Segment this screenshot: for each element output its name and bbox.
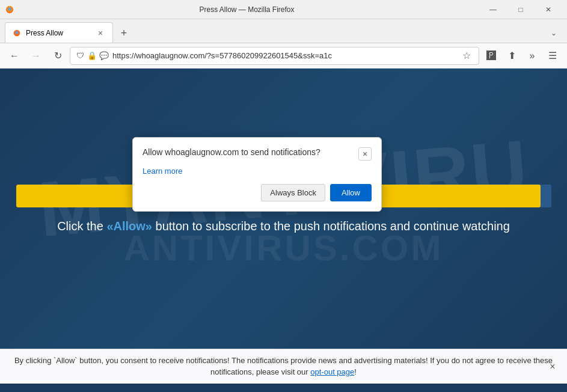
new-tab-button[interactable]: + [115,25,132,41]
subscribe-text-post: button to subscribe to the push notifica… [152,219,510,233]
tab-title: Press Allow [26,29,91,37]
maximize-button[interactable]: □ [507,0,535,19]
notification-permission-icon: 💬 [99,51,109,61]
popup-action-buttons: Always Block Allow [143,184,372,201]
more-tools-button[interactable]: » [523,46,542,66]
reload-button[interactable]: ↻ [48,46,67,66]
always-block-button[interactable]: Always Block [261,184,325,201]
address-bar[interactable]: 🛡 🔒 💬 https://whoaglaugnow.com/?s=577860… [70,47,479,65]
url-text: https://whoaglaugnow.com/?s=577860209922… [112,51,456,60]
minimize-button[interactable]: — [479,0,507,19]
learn-more-link[interactable]: Learn more [143,167,372,176]
back-button[interactable]: ← [5,46,24,66]
watermark-text-line2: ANTIVIRUS.COM [38,227,529,269]
opt-out-link[interactable]: opt-out page [310,367,354,376]
bottom-bar-text-pre: By clicking `Allow` button, you consent … [14,356,553,376]
window-title: Press Allow — Mozilla Firefox [14,5,479,14]
lock-icon: 🔒 [87,51,97,61]
tab-favicon-icon [13,29,21,37]
subscribe-allow-highlight: «Allow» [106,219,152,233]
bottom-bar-text-post: ! [354,367,357,376]
svg-point-1 [8,7,11,11]
shield-icon: 🛡 [75,51,85,61]
pocket-button[interactable]: 🅿 [482,46,501,66]
subscribe-instruction-text: Click the «Allow» button to subscribe to… [57,219,510,233]
title-bar: Press Allow — Mozilla Firefox — □ ✕ [0,0,567,19]
bottom-bar-close-button[interactable]: × [545,360,560,374]
title-bar-left [5,5,14,14]
allow-button[interactable]: Allow [330,184,372,201]
tab-bar: Press Allow × + ⌄ [0,19,567,43]
notification-permission-popup: Allow whoaglaugnow.com to send notificat… [132,137,382,212]
firefox-logo-icon [5,5,14,14]
bottom-notification-bar: By clicking `Allow` button, you consent … [0,349,567,384]
close-window-button[interactable]: ✕ [535,0,562,19]
bottom-bar-text: By clicking `Allow` button, you consent … [10,355,557,377]
svg-point-3 [15,31,18,34]
right-nav-buttons: 🅿 ⬆ » ☰ [482,46,562,66]
popup-header: Allow whoaglaugnow.com to send notificat… [143,147,372,161]
tab-list-button[interactable]: ⌄ [545,25,562,41]
forward-button[interactable]: → [26,46,46,66]
popup-title: Allow whoaglaugnow.com to send notificat… [143,147,358,157]
menu-button[interactable]: ☰ [543,46,562,66]
tab-close-button[interactable]: × [96,28,105,38]
subscribe-text-pre: Click the [57,219,106,233]
nav-bar: ← → ↻ 🛡 🔒 💬 https://whoaglaugnow.com/?s=… [0,43,567,69]
main-content: MYANTIVIRU ANTIVIRUS.COM 98% Click the «… [0,69,567,349]
window-controls: — □ ✕ [479,0,562,19]
browser-tab[interactable]: Press Allow × [5,22,113,43]
share-button[interactable]: ⬆ [502,46,521,66]
bookmark-button[interactable]: ☆ [459,49,474,63]
popup-close-button[interactable]: × [358,147,372,161]
address-security-icons: 🛡 🔒 💬 [75,51,109,61]
